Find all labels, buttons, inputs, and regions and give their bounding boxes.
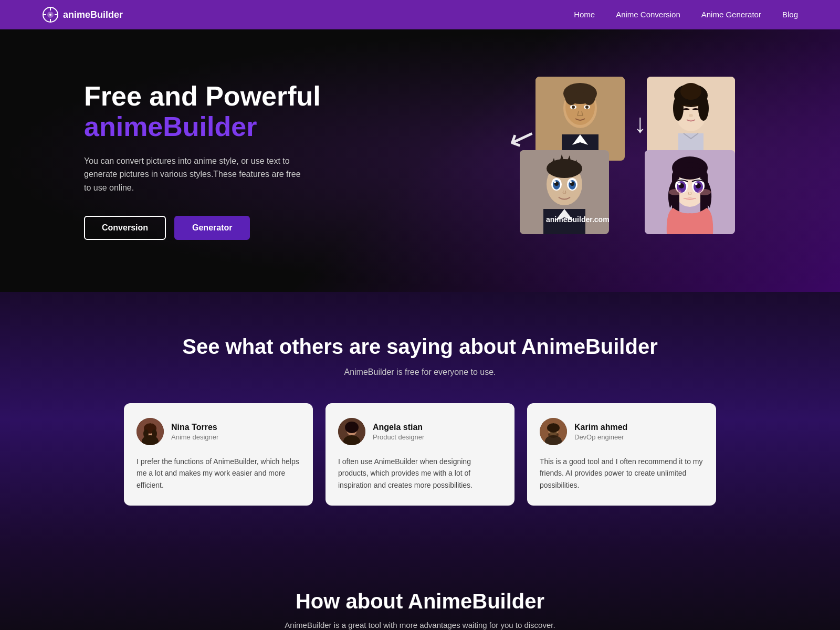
testimonial-header-2: Angela stian Product designer [338,418,502,445]
testimonial-info-3: Karim ahmed DevOp engineer [574,423,627,441]
svg-point-54 [695,183,698,185]
testimonial-info-2: Angela stian Product designer [373,423,424,441]
svg-point-24 [689,114,693,117]
testimonial-card-3: Karim ahmed DevOp engineer This is a goo… [527,403,716,506]
nav-links: Home Anime Conversion Anime Generator Bl… [574,10,798,19]
svg-point-39 [554,181,556,183]
svg-point-56 [698,189,711,195]
how-about-section: How about AnimeBuilder AnimeBuilder is a… [0,548,840,630]
testimonial-card-1: Nina Torres Anime designer I prefer the … [124,403,313,506]
photo-asian-real [647,77,735,161]
photo-elon-real [536,77,625,161]
testimonial-card-2: Angela stian Product designer I often us… [326,403,514,506]
testimonial-header-1: Nina Torres Anime designer [136,418,300,445]
hero-buttons: Conversion Generator [84,216,321,240]
testimonial-header-3: Karim ahmed DevOp engineer [540,418,704,445]
logo[interactable]: animeBuilder [42,6,123,23]
testimonial-name-2: Angela stian [373,423,424,432]
svg-point-2 [49,14,51,16]
svg-point-32 [547,159,582,178]
how-about-title: How about AnimeBuilder [84,590,756,613]
svg-point-61 [143,429,149,438]
testimonial-name-1: Nina Torres [171,423,218,432]
hero-title-line1: Free and Powerful [84,81,321,111]
watermark: animeBuilder.com [546,215,610,224]
testimonial-info-1: Nina Torres Anime designer [171,423,218,441]
svg-point-12 [583,88,595,105]
testimonial-text-2: I often use AnimeBuilder when designing … [338,456,502,491]
photo-asian-anime [645,150,735,234]
conversion-button[interactable]: Conversion [84,216,166,240]
testimonial-role-2: Product designer [373,433,424,441]
svg-point-69 [547,423,560,433]
nav-anime-conversion[interactable]: Anime Conversion [616,10,680,19]
svg-point-71 [548,432,559,438]
nav-blog[interactable]: Blog [782,10,798,19]
hero-content: Free and Powerful animeBuilder You can c… [84,81,321,239]
social-proof-title: See what others are saying about AnimeBu… [84,334,756,359]
svg-point-40 [570,181,572,183]
svg-point-53 [678,183,681,185]
avatar-nina [136,418,164,445]
svg-point-55 [669,189,681,195]
svg-point-23 [680,83,701,100]
social-proof-subtitle: AnimeBuilder is free for everyone to use… [84,368,756,377]
logo-icon [42,6,59,23]
how-about-subtitle: AnimeBuilder is a great tool with more a… [84,621,756,629]
hero-title-line2: animeBuilder [84,112,321,142]
svg-point-62 [152,429,157,438]
svg-point-15 [572,106,575,109]
svg-point-16 [585,106,589,109]
hero-section: Free and Powerful animeBuilder You can c… [0,29,840,292]
testimonial-role-3: DevOp engineer [574,433,627,441]
hero-description: You can convert pictures into anime styl… [84,154,304,195]
collage: ↙ ↓ animeBuilder.com [483,77,735,234]
social-proof-section: See what others are saying about AnimeBu… [0,292,840,548]
testimonials-container: Nina Torres Anime designer I prefer the … [84,403,756,506]
testimonial-text-3: This is a good tool and I often recommen… [540,456,704,491]
arrow-right-icon: ↓ [634,108,647,139]
nav-anime-generator[interactable]: Anime Generator [701,10,761,19]
nav-home[interactable]: Home [574,10,595,19]
navbar: animeBuilder Home Anime Conversion Anime… [0,0,840,29]
avatar-angela [338,418,365,445]
generator-button[interactable]: Generator [174,216,250,240]
logo-text: animeBuilder [63,9,123,20]
testimonial-text-1: I prefer the functions of AnimeBuilder, … [136,456,300,491]
svg-point-11 [565,88,578,105]
avatar-karim [540,418,567,445]
testimonial-name-3: Karim ahmed [574,423,627,432]
testimonial-role-1: Anime designer [171,433,218,441]
hero-image-collage: ↙ ↓ animeBuilder.com [483,77,756,245]
